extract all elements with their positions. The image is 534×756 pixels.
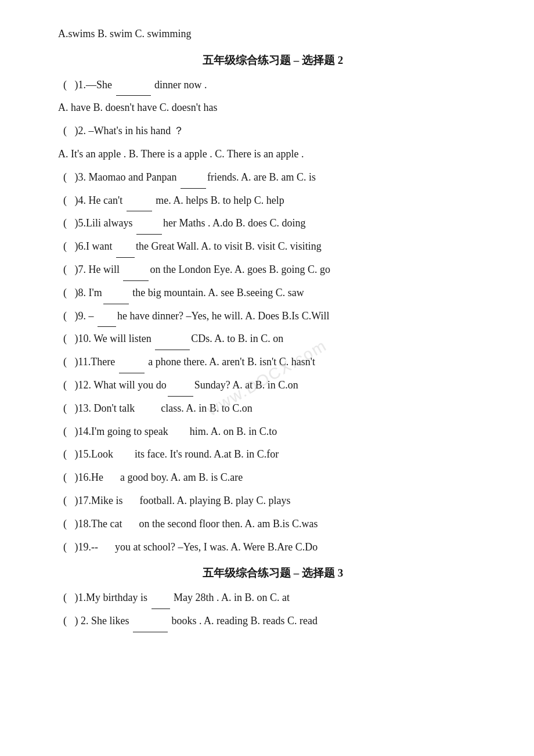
question-2-8: ( )8. I'm the big mountain. A. see B.see… [58, 282, 488, 304]
question-2-5: ( )5.Lili always her Maths . A.do B. doe… [58, 213, 488, 235]
question-2-15: ( )15.Look its face. It's round. A.at B.… [58, 444, 488, 466]
question-2-12: ( )12. What will you doSunday? A. at B. … [58, 375, 488, 397]
question-2-17: ( )17.Mike is football. A. playing B. pl… [58, 490, 488, 512]
question-3-1: ( )1.My birthday is May 28th . A. in B. … [58, 587, 488, 609]
question-2-1: ( )1.—She dinner now . [58, 74, 488, 96]
question-2-19: ( )19.-- you at school? –Yes, I was. A. … [58, 537, 488, 559]
intro-line: A.swims B. swim C. swimming [58, 23, 488, 45]
question-2-11: ( )11.There a phone there. A. aren't B. … [58, 351, 488, 373]
question-2-2: ( )2. –What's in his hand ？ [58, 120, 488, 142]
question-2-3: ( )3. Maomao and Panpan friends. A. are … [58, 167, 488, 189]
question-2-9: ( )9. – he have dinner? –Yes, he will. A… [58, 305, 488, 327]
options-2-2: A. It's an apple . B. There is a apple .… [58, 143, 488, 165]
question-3-2: ( ) 2. She likes books . A. reading B. r… [58, 610, 488, 632]
section2-title: 五年级综合练习题 – 选择题 2 [58, 49, 488, 72]
question-2-10: ( )10. We will listen CDs. A. to B. in C… [58, 328, 488, 350]
options-2-1: A. have B. doesn't have C. doesn't has [58, 97, 488, 119]
question-2-7: ( )7. He will on the London Eye. A. goes… [58, 259, 488, 281]
section3-title: 五年级综合练习题 – 选择题 3 [58, 561, 488, 585]
question-2-18: ( )18.The cat on the second floor then. … [58, 513, 488, 535]
question-2-14: ( )14.I'm going to speak him. A. on B. i… [58, 421, 488, 443]
question-2-16: ( )16.He a good boy. A. am B. is C.are [58, 467, 488, 489]
section3-questions: ( )1.My birthday is May 28th . A. in B. … [58, 587, 488, 632]
question-2-4: ( )4. He can't me. A. helps B. to help C… [58, 190, 488, 212]
section2-questions: ( )1.—She dinner now . A. have B. doesn'… [58, 74, 488, 559]
question-2-6: ( )6.I want the Great Wall. A. to visit … [58, 236, 488, 258]
question-2-13: ( )13. Don't talk class. A. in B. to C.o… [58, 398, 488, 420]
